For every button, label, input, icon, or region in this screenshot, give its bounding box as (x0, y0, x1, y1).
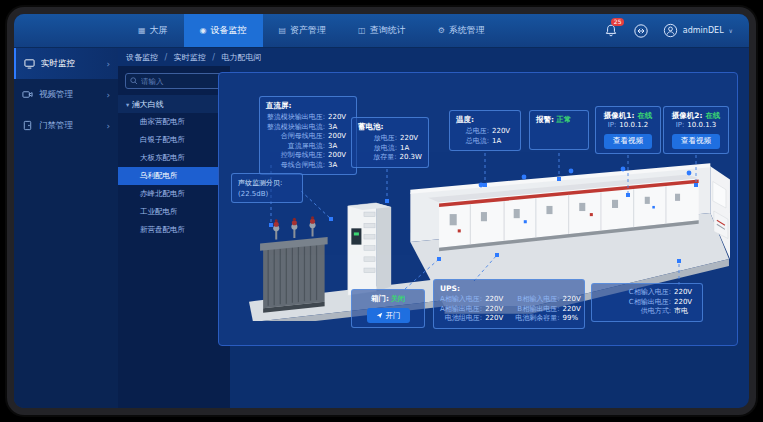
realtime-monitor-icon (24, 58, 35, 69)
station-tree-panel: ▾ 浦大白线 曲家营配电所 白银子配电所 大板东配电所 乌利配电所 赤峰北配电所… (118, 66, 230, 408)
fullscreen-icon[interactable] (633, 23, 649, 39)
field-value: 20.3W (399, 153, 422, 163)
tab-system-management[interactable]: ⚙ 系统管理 (422, 14, 501, 47)
open-door-label: 开门 (386, 311, 401, 321)
chevron-down-icon: ∨ (729, 27, 733, 34)
tree-item[interactable]: 白银子配电所 (118, 131, 230, 149)
ip-label: IP: (676, 121, 685, 131)
field-label: 整流模块输出电流: (266, 123, 325, 133)
field-label: A相输出电压: (440, 305, 482, 315)
open-door-button[interactable]: 开门 (367, 308, 410, 323)
field-label: C相输出电压: (598, 298, 671, 308)
sidebar-item-label: 门禁管理 (39, 120, 73, 132)
field-value: 1A (492, 137, 514, 147)
field-label: 放存量: (358, 153, 396, 163)
monitor-icon: ◉ (200, 26, 207, 35)
field-label: 放电流: (358, 144, 397, 154)
field-label: 电池组电压: (440, 314, 482, 324)
door-panel: 箱门: 关闭 开门 (351, 289, 425, 328)
field-value: 3A (328, 123, 350, 133)
tree-item[interactable]: 新营盘配电所 (118, 221, 230, 239)
field-label: C相输入电压: (598, 288, 671, 298)
tree-item[interactable]: 赤峰北配电所 (118, 185, 230, 203)
ip-label: IP: (608, 121, 617, 131)
asset-icon: ▤ (279, 26, 287, 35)
tab-label: 设备监控 (211, 24, 247, 37)
panel-title: UPS: (440, 284, 578, 293)
statistics-icon: ◫ (358, 26, 366, 35)
field-value: 220V (328, 113, 350, 123)
chevron-right-icon: › (106, 90, 110, 100)
field-value: 99% (563, 314, 585, 324)
field-value: 220V (563, 295, 585, 305)
field-label: 供电方式: (598, 307, 671, 317)
tab-label: 大屏 (150, 24, 168, 37)
sound-value: (22.5dB) (238, 190, 296, 198)
gear-icon: ⚙ (438, 26, 445, 35)
tab-label: 查询统计 (370, 24, 406, 37)
alarm-status: 正常 (556, 115, 571, 124)
user-avatar-icon (663, 23, 678, 38)
field-value: 220V (400, 134, 422, 144)
tree-item[interactable]: 大板东配电所 (118, 149, 230, 167)
tab-equipment-monitor[interactable]: ◉ 设备监控 (184, 14, 263, 47)
tab-label: 系统管理 (449, 24, 485, 37)
dc-panel: 直流屏: 整流模块输出电压:220V 整流模块输出电流:3A 合闸母线电压:20… (259, 96, 357, 175)
view-video-button-1[interactable]: 查看视频 (604, 134, 652, 149)
breadcrumb-item[interactable]: 设备监控 (126, 53, 158, 62)
app-window: ▦ 大屏 ◉ 设备监控 ▤ 资产管理 ◫ 查询统计 ⚙ 系统管理 (14, 14, 749, 408)
field-label: 直流屏电流: (266, 142, 325, 152)
field-label: 电池剩余容量: (515, 314, 559, 324)
camera-title: 摄像机1: (604, 111, 635, 120)
door-icon (22, 120, 33, 131)
field-label: A相输入电压: (440, 295, 482, 305)
tree-search-input[interactable] (141, 77, 218, 86)
video-camera-icon (22, 89, 33, 100)
camera-status: 在线 (637, 111, 652, 120)
field-label: 控制母线电压: (266, 151, 325, 161)
view-video-button-2[interactable]: 查看视频 (672, 134, 720, 149)
temperature-panel: 温度: 总电压:220V 总电流:1A (449, 110, 521, 151)
field-value: 220V (485, 295, 507, 305)
field-label: 总电压: (456, 127, 489, 137)
tree-item-selected[interactable]: 乌利配电所 (118, 167, 230, 185)
breadcrumb-item[interactable]: 实时监控 (174, 53, 206, 62)
field-label: B相输出电压: (515, 305, 559, 315)
field-value: 220V (563, 305, 585, 315)
tree-root-node[interactable]: ▾ 浦大白线 (118, 95, 230, 113)
tab-asset-management[interactable]: ▤ 资产管理 (263, 14, 343, 47)
sidebar-item-label: 实时监控 (41, 58, 75, 70)
sound-panel: 声纹监测分贝: (22.5dB) (231, 173, 303, 203)
field-value: 220V (674, 298, 696, 308)
sidebar-item-realtime-monitor[interactable]: 实时监控 › (14, 48, 118, 79)
chevron-right-icon: › (106, 59, 110, 69)
camera-title: 摄像机2: (672, 111, 703, 120)
ups-panel: UPS: A相输入电压:220V B相输入电压:220V A相输出电压:220V… (433, 279, 585, 329)
camera2-panel: 摄像机2: 在线 IP: 10.0.1.3 查看视频 (663, 106, 729, 154)
field-value: 3A (328, 142, 350, 152)
breadcrumb-separator: / (165, 53, 168, 62)
field-label: B相输入电压: (515, 295, 559, 305)
sidebar-item-label: 视频管理 (39, 89, 73, 101)
field-value: 3A (328, 161, 350, 171)
caret-down-icon: ▾ (126, 101, 129, 109)
tree-item[interactable]: 工业配电所 (118, 203, 230, 221)
panel-title: 蓄电池: (358, 122, 422, 132)
sidebar-item-access-control[interactable]: 门禁管理 › (14, 110, 118, 141)
tab-query-statistics[interactable]: ◫ 查询统计 (342, 14, 422, 47)
panel-title: 直流屏: (266, 101, 350, 111)
ip-value: 10.0.1.2 (619, 121, 648, 131)
notification-bell-icon[interactable]: 25 (603, 23, 619, 39)
topbar-right-tools: 25 adminDEL (603, 14, 749, 47)
user-menu[interactable]: adminDEL ∨ (663, 23, 733, 38)
sound-label: 声纹监测分贝: (238, 178, 296, 188)
notification-badge: 25 (611, 18, 625, 26)
phase-c-panel: C相输入电压:220V C相输出电压:220V 供电方式:市电 (591, 283, 703, 322)
breadcrumb-item[interactable]: 电力配电间 (222, 53, 262, 62)
dashboard-icon: ▦ (138, 26, 146, 35)
sidebar-item-video-management[interactable]: 视频管理 › (14, 79, 118, 110)
tree-root-label: 浦大白线 (132, 100, 164, 109)
battery-panel: 蓄电池: 放电压:220V 放电流:1A 放存量:20.3W (351, 117, 429, 168)
tab-large-screen[interactable]: ▦ 大屏 (122, 14, 184, 47)
tree-item[interactable]: 曲家营配电所 (118, 113, 230, 131)
